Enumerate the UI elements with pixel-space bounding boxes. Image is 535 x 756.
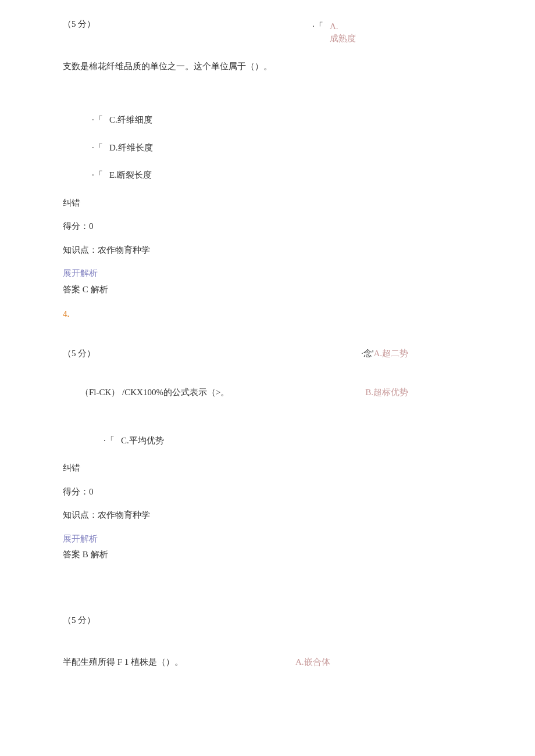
score-label: 得分：0	[63, 220, 472, 233]
points-row: （5 分） ·念'A.超二势	[63, 347, 472, 360]
option-a-prefix: ·念'	[361, 349, 373, 358]
question-number-4: 4.	[63, 307, 472, 321]
option-d-text: D.纤维长度	[109, 143, 153, 152]
formula-row: （Fl-CK） /CKX100%的公式表示（>。 B.超标优势	[63, 386, 472, 399]
option-b-text: B.超标优势	[365, 386, 408, 399]
option-c-text: C.平均优势	[121, 436, 164, 445]
option-a-text: A.嵌合体	[295, 655, 330, 669]
points-text: （5 分）	[63, 614, 472, 627]
points-text: （5 分）	[63, 349, 95, 358]
answer-text: 答案 C 解析	[63, 283, 472, 296]
question-block-3: （5 分） ·「 A. 成熟度 支数是棉花纤维品质的单位之一。这个单位属于（）。…	[63, 17, 472, 296]
option-a-prefix: ·「	[312, 20, 323, 33]
option-c[interactable]: C.平均优势	[121, 434, 472, 447]
formula-text: （Fl-CK） /CKX100%的公式表示（>。	[80, 388, 229, 397]
option-e[interactable]: E.断裂长度	[109, 169, 472, 182]
knowledge-label: 知识点：农作物育种学	[63, 508, 472, 522]
question-text: 半配生殖所得 F 1 植株是（）。	[63, 657, 183, 667]
option-a-text: A.超二势	[373, 349, 408, 358]
expand-analysis-link[interactable]: 展开解析	[63, 532, 472, 546]
points-label: （5 分） ·「 A. 成熟度	[63, 17, 472, 31]
score-label: 得分：0	[63, 485, 472, 499]
question-block-5: （5 分） 半配生殖所得 F 1 植株是（）。 A.嵌合体	[63, 614, 472, 669]
option-c-text: C.纤维细度	[109, 115, 152, 124]
option-a-row: ·念'A.超二势	[361, 347, 408, 360]
question-block-4: 4. （5 分） ·念'A.超二势 （Fl-CK） /CKX100%的公式表示（…	[63, 307, 472, 561]
correction-link[interactable]: 纠错	[63, 461, 472, 475]
option-a-label: A.	[330, 22, 338, 31]
correction-link[interactable]: 纠错	[63, 196, 472, 210]
answer-text: 答案 B 解析	[63, 548, 472, 561]
knowledge-label: 知识点：农作物育种学	[63, 243, 472, 257]
option-c[interactable]: C.纤维细度	[109, 113, 472, 127]
points-text: （5 分）	[63, 19, 95, 28]
option-e-text: E.断裂长度	[109, 170, 152, 180]
question-text: 支数是棉花纤维品质的单位之一。这个单位属于（）。	[63, 60, 472, 73]
question-row: 半配生殖所得 F 1 植株是（）。 A.嵌合体	[63, 655, 472, 669]
option-a-annotation: ·「 A. 成熟度	[330, 20, 356, 45]
option-a-text: 成熟度	[330, 34, 356, 43]
option-d[interactable]: D.纤维长度	[109, 141, 472, 155]
expand-analysis-link[interactable]: 展开解析	[63, 267, 472, 280]
